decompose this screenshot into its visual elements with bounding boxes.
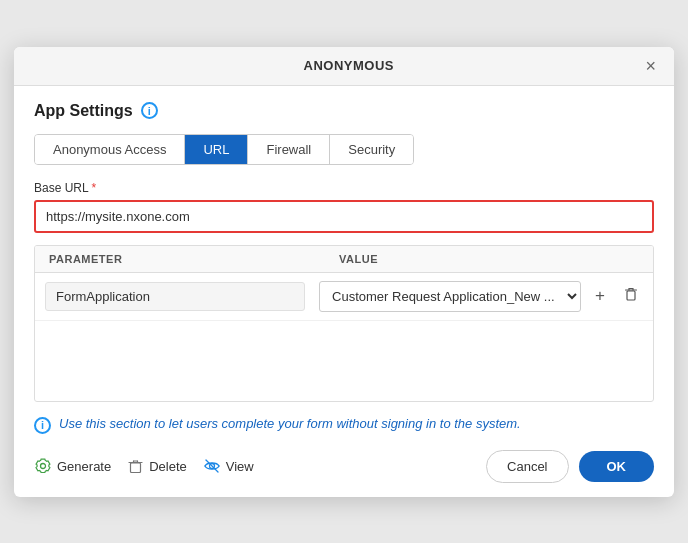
tab-anonymous-access[interactable]: Anonymous Access [35, 135, 185, 164]
view-icon [203, 457, 221, 475]
params-table-header: PARAMETER VALUE [35, 246, 653, 273]
param-input[interactable] [45, 282, 305, 311]
tab-firewall[interactable]: Firewall [248, 135, 330, 164]
base-url-section: Base URL * [34, 181, 654, 233]
base-url-label: Base URL * [34, 181, 654, 195]
app-settings-title: App Settings [34, 102, 133, 120]
generate-button[interactable]: Generate [34, 457, 111, 475]
params-table: PARAMETER VALUE Customer Request Applica… [34, 245, 654, 402]
action-buttons: Generate Delete [34, 457, 254, 475]
info-notice-icon: i [34, 417, 51, 434]
dialog-body: App Settings i Anonymous Access URL Fire… [14, 86, 674, 497]
svg-line-11 [206, 460, 218, 472]
svg-rect-0 [627, 291, 635, 300]
table-row: Customer Request Application_New ... + [35, 273, 653, 321]
cancel-button[interactable]: Cancel [486, 450, 568, 483]
params-empty-space [35, 321, 653, 401]
actions-row: Generate Delete [34, 450, 654, 483]
col-param-header: PARAMETER [35, 253, 325, 265]
trash-icon [623, 286, 639, 302]
gear-icon [34, 457, 52, 475]
ok-button[interactable]: OK [579, 451, 655, 482]
base-url-input[interactable] [34, 200, 654, 233]
delete-label: Delete [149, 459, 187, 474]
info-notice: i Use this section to let users complete… [34, 416, 654, 434]
tabs-bar: Anonymous Access URL Firewall Security [34, 134, 414, 165]
generate-label: Generate [57, 459, 111, 474]
info-notice-text: Use this section to let users complete y… [59, 416, 521, 431]
value-select-wrap: Customer Request Application_New ... + [319, 281, 643, 312]
tab-url[interactable]: URL [185, 135, 248, 164]
app-settings-header: App Settings i [34, 102, 654, 120]
delete-icon [127, 458, 144, 475]
delete-button[interactable]: Delete [127, 458, 187, 475]
tab-security[interactable]: Security [330, 135, 413, 164]
dialog-title: ANONYMOUS [54, 58, 643, 73]
view-label: View [226, 459, 254, 474]
add-row-button[interactable]: + [591, 284, 609, 308]
dialog-header: ANONYMOUS × [14, 47, 674, 86]
footer-buttons: Cancel OK [486, 450, 654, 483]
dialog: ANONYMOUS × App Settings i Anonymous Acc… [14, 47, 674, 497]
value-select[interactable]: Customer Request Application_New ... [319, 281, 581, 312]
svg-rect-5 [131, 463, 141, 473]
delete-row-button[interactable] [619, 284, 643, 309]
col-value-header: VALUE [325, 253, 653, 265]
view-button[interactable]: View [203, 457, 254, 475]
info-icon[interactable]: i [141, 102, 158, 119]
close-button[interactable]: × [643, 57, 658, 75]
